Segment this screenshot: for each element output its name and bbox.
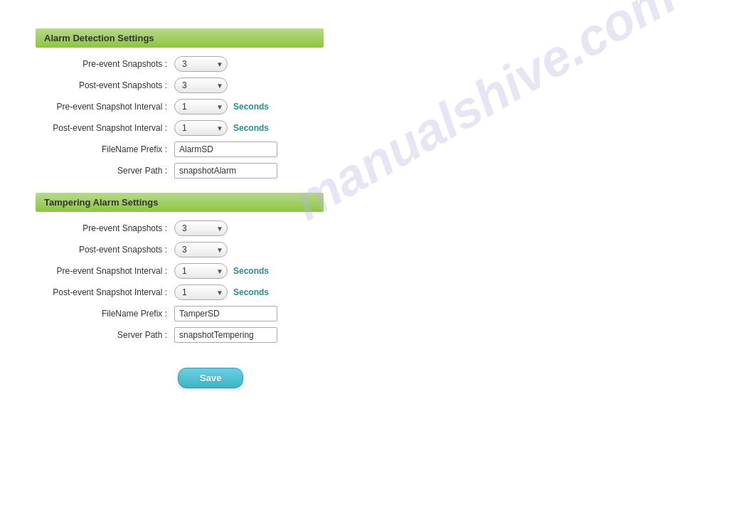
tampering-post-event-interval-select[interactable]: 1 2 3 4 5 <box>174 284 228 300</box>
tampering-pre-event-interval-control: 1 2 3 4 5 ▼ Seconds <box>174 263 269 279</box>
alarm-server-path-control <box>174 163 277 179</box>
alarm-detection-section: Alarm Detection Settings Pre-event Snaps… <box>36 28 720 179</box>
alarm-post-event-interval-label: Post-event Snapshot Interval : <box>50 123 174 133</box>
alarm-post-event-interval-control: 1 2 3 4 5 ▼ Seconds <box>174 120 269 136</box>
tampering-post-event-interval-label: Post-event Snapshot Interval : <box>50 287 174 297</box>
alarm-filename-prefix-input[interactable] <box>174 142 277 157</box>
alarm-post-event-snapshots-label: Post-event Snapshots : <box>50 80 174 90</box>
tampering-pre-event-interval-label: Pre-event Snapshot Interval : <box>50 266 174 276</box>
alarm-post-event-snapshots-dropdown-wrapper: 1 2 3 4 5 ▼ <box>174 78 228 93</box>
page-container: manualshive.com Alarm Detection Settings… <box>0 0 756 532</box>
tampering-post-event-interval-seconds: Seconds <box>233 287 269 297</box>
tampering-pre-event-snapshots-label: Pre-event Snapshots : <box>50 223 174 233</box>
alarm-server-path-label: Server Path : <box>50 166 174 176</box>
tampering-alarm-section: Tampering Alarm Settings Pre-event Snaps… <box>36 193 720 343</box>
alarm-section-title: Alarm Detection Settings <box>44 33 154 43</box>
tampering-server-path-control <box>174 327 277 343</box>
alarm-section-header: Alarm Detection Settings <box>36 28 324 48</box>
tampering-pre-event-snapshots-dropdown-wrapper: 1 2 3 4 5 ▼ <box>174 220 228 236</box>
tampering-pre-event-snapshots-row: Pre-event Snapshots : 1 2 3 4 5 ▼ <box>50 220 720 236</box>
alarm-pre-event-interval-dropdown-wrapper: 1 2 3 4 5 ▼ <box>174 99 228 115</box>
alarm-pre-event-snapshots-label: Pre-event Snapshots : <box>50 59 174 69</box>
alarm-pre-event-snapshots-dropdown-wrapper: 1 2 3 4 5 ▼ <box>174 56 228 72</box>
tampering-post-event-interval-row: Post-event Snapshot Interval : 1 2 3 4 5… <box>50 284 720 300</box>
tampering-form-grid: Pre-event Snapshots : 1 2 3 4 5 ▼ <box>36 220 720 343</box>
alarm-form-grid: Pre-event Snapshots : 1 2 3 4 5 ▼ <box>36 56 720 179</box>
tampering-filename-prefix-input[interactable] <box>174 306 277 321</box>
tampering-post-event-snapshots-select[interactable]: 1 2 3 4 5 <box>174 242 228 257</box>
tampering-post-event-snapshots-control: 1 2 3 4 5 ▼ <box>174 242 228 257</box>
alarm-pre-event-interval-select[interactable]: 1 2 3 4 5 <box>174 99 228 115</box>
tampering-server-path-row: Server Path : <box>50 327 720 343</box>
tampering-post-event-snapshots-label: Post-event Snapshots : <box>50 245 174 255</box>
alarm-post-event-snapshots-select[interactable]: 1 2 3 4 5 <box>174 78 228 93</box>
alarm-post-event-snapshots-control: 1 2 3 4 5 ▼ <box>174 78 228 93</box>
alarm-filename-prefix-row: FileName Prefix : <box>50 142 720 157</box>
alarm-post-event-interval-seconds: Seconds <box>233 123 269 133</box>
tampering-pre-event-interval-dropdown-wrapper: 1 2 3 4 5 ▼ <box>174 263 228 279</box>
tampering-post-event-interval-control: 1 2 3 4 5 ▼ Seconds <box>174 284 269 300</box>
alarm-post-event-interval-select[interactable]: 1 2 3 4 5 <box>174 120 228 136</box>
tampering-pre-event-interval-seconds: Seconds <box>233 266 269 276</box>
tampering-post-event-snapshots-dropdown-wrapper: 1 2 3 4 5 ▼ <box>174 242 228 257</box>
alarm-server-path-row: Server Path : <box>50 163 720 179</box>
alarm-pre-event-interval-label: Pre-event Snapshot Interval : <box>50 102 174 112</box>
alarm-pre-event-snapshots-row: Pre-event Snapshots : 1 2 3 4 5 ▼ <box>50 56 720 72</box>
alarm-filename-prefix-control <box>174 142 277 157</box>
tampering-pre-event-snapshots-select[interactable]: 1 2 3 4 5 <box>174 220 228 236</box>
tampering-pre-event-interval-select[interactable]: 1 2 3 4 5 <box>174 263 228 279</box>
tampering-server-path-label: Server Path : <box>50 330 174 340</box>
alarm-pre-event-interval-seconds: Seconds <box>233 102 269 112</box>
save-button[interactable]: Save <box>178 368 243 388</box>
alarm-server-path-input[interactable] <box>174 163 277 179</box>
alarm-filename-prefix-label: FileName Prefix : <box>50 144 174 154</box>
alarm-pre-event-snapshots-control: 1 2 3 4 5 ▼ <box>174 56 228 72</box>
alarm-post-event-interval-dropdown-wrapper: 1 2 3 4 5 ▼ <box>174 120 228 136</box>
tampering-server-path-input[interactable] <box>174 327 277 343</box>
tampering-post-event-interval-dropdown-wrapper: 1 2 3 4 5 ▼ <box>174 284 228 300</box>
alarm-pre-event-interval-row: Pre-event Snapshot Interval : 1 2 3 4 5 … <box>50 99 720 115</box>
tampering-filename-prefix-label: FileName Prefix : <box>50 309 174 319</box>
tampering-section-title: Tampering Alarm Settings <box>44 197 158 208</box>
tampering-pre-event-snapshots-control: 1 2 3 4 5 ▼ <box>174 220 228 236</box>
save-area: Save <box>36 357 720 388</box>
tampering-post-event-snapshots-row: Post-event Snapshots : 1 2 3 4 5 ▼ <box>50 242 720 257</box>
alarm-post-event-interval-row: Post-event Snapshot Interval : 1 2 3 4 5… <box>50 120 720 136</box>
alarm-pre-event-interval-control: 1 2 3 4 5 ▼ Seconds <box>174 99 269 115</box>
tampering-pre-event-interval-row: Pre-event Snapshot Interval : 1 2 3 4 5 … <box>50 263 720 279</box>
alarm-pre-event-snapshots-select[interactable]: 1 2 3 4 5 <box>174 56 228 72</box>
tampering-section-header: Tampering Alarm Settings <box>36 193 324 212</box>
main-content: Alarm Detection Settings Pre-event Snaps… <box>14 14 742 403</box>
tampering-filename-prefix-control <box>174 306 277 321</box>
alarm-post-event-snapshots-row: Post-event Snapshots : 1 2 3 4 5 ▼ <box>50 78 720 93</box>
tampering-filename-prefix-row: FileName Prefix : <box>50 306 720 321</box>
